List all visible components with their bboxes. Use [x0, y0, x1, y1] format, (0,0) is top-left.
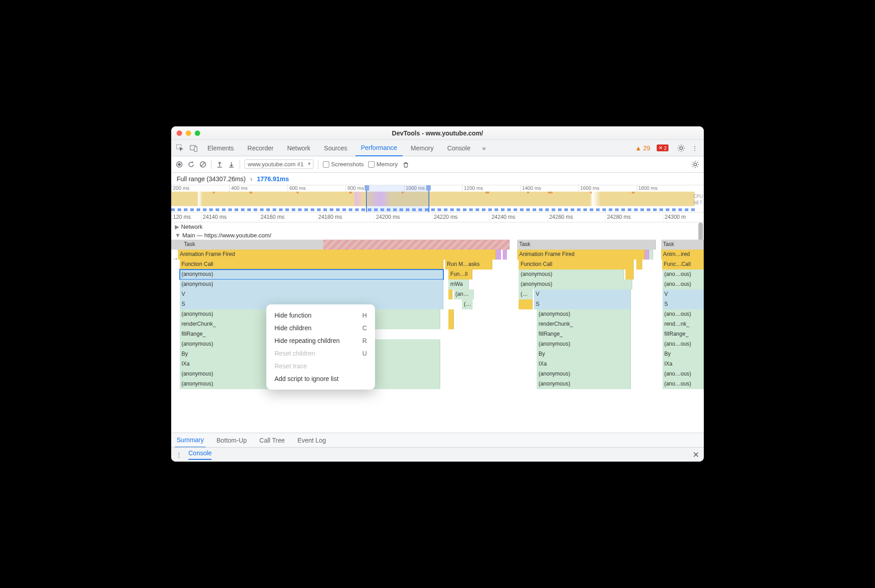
flame-entry[interactable]: V [180, 289, 443, 299]
flame-entry[interactable]: (anonymous) [537, 369, 631, 379]
flame-entry[interactable] [625, 270, 634, 280]
errors-badge[interactable]: ✕ 2 [657, 145, 668, 151]
flame-entry[interactable] [448, 319, 453, 329]
main-track-header[interactable]: Main — https://www.youtube.com/ [171, 231, 704, 240]
flame-entry[interactable]: (… [462, 299, 472, 309]
flame-entry[interactable]: Animation Frame Fired [517, 250, 644, 260]
screenshots-checkbox[interactable]: Screenshots [323, 161, 364, 168]
flame-entry[interactable]: V [534, 289, 631, 299]
device-toolbar-icon[interactable] [188, 143, 199, 154]
flame-entry[interactable]: IXa [537, 359, 631, 369]
full-range-label[interactable]: Full range (34307.26ms) [177, 175, 246, 183]
tab-performance[interactable]: Performance [356, 140, 403, 156]
drawer-close-icon[interactable]: ✕ [692, 450, 699, 460]
flame-entry[interactable]: S [534, 299, 631, 309]
flame-entry[interactable] [448, 289, 452, 299]
ctx-hide-children[interactable]: Hide children C [266, 322, 375, 334]
flame-entry[interactable]: (ano…ous) [663, 379, 704, 389]
flame-entry[interactable]: (anonymous) [537, 339, 631, 349]
drawer-console-tab[interactable]: Console [188, 449, 212, 460]
flame-entry[interactable]: By [663, 349, 704, 359]
flame-entry[interactable]: renderChunk_ [537, 319, 631, 329]
tab-event-log[interactable]: Event Log [296, 433, 328, 448]
flame-entry[interactable]: (anonymous) [537, 379, 631, 389]
ctx-hide-function[interactable]: Hide function H [266, 309, 375, 322]
flame-entry[interactable] [645, 250, 649, 260]
task-bar[interactable]: Task [661, 240, 704, 250]
flame-entry[interactable]: mWa [448, 280, 469, 289]
tab-memory[interactable]: Memory [405, 140, 439, 156]
flame-entry[interactable]: (ano…ous) [663, 339, 704, 349]
upload-icon[interactable] [216, 161, 223, 168]
flame-entry[interactable]: V [663, 289, 704, 299]
selected-range-label[interactable]: 1776.91ms [257, 175, 289, 183]
flame-entry[interactable]: Function Call [180, 260, 443, 270]
flame-entry[interactable]: fillRange_ [663, 329, 704, 339]
warnings-badge[interactable]: ▲ 29 [635, 145, 650, 152]
task-bar[interactable]: Task [517, 240, 656, 250]
overview-timeline[interactable]: 200 ms 400 ms 600 ms 800 ms 1000 ms 1200… [171, 185, 704, 212]
tab-call-tree[interactable]: Call Tree [258, 433, 287, 448]
flame-entry[interactable]: Animation Frame Fired [178, 250, 496, 260]
task-column-3: Task Anim…ired Func…Call (ano…ous) (ano…… [661, 240, 704, 398]
tab-bottom-up[interactable]: Bottom-Up [215, 433, 249, 448]
ctx-add-to-ignore-list[interactable]: Add script to ignore list [266, 372, 375, 385]
flame-entry[interactable]: S [663, 299, 704, 309]
overview-handle-right[interactable] [426, 185, 431, 191]
devtools-window: DevTools - www.youtube.com/ Elements Rec… [171, 126, 704, 462]
flame-entry[interactable]: (anonymous) [180, 280, 443, 289]
flame-entry[interactable]: By [537, 349, 631, 359]
more-tabs-icon[interactable]: » [479, 143, 490, 154]
inspect-element-icon[interactable] [175, 143, 186, 154]
flame-entry[interactable]: IXa [663, 359, 704, 369]
flame-entry[interactable] [649, 250, 653, 260]
flame-entry[interactable] [636, 260, 642, 270]
reload-record-icon[interactable] [188, 161, 195, 168]
gc-icon[interactable] [402, 161, 409, 168]
flame-entry[interactable]: (anonymous) [519, 270, 624, 280]
flame-entry[interactable]: (ano…ous) [663, 309, 704, 319]
flame-entry-selected[interactable]: (anonymous) [180, 270, 443, 280]
flame-entry[interactable]: fillRange_ [537, 329, 631, 339]
tab-network[interactable]: Network [282, 140, 316, 156]
flame-chart[interactable]: Network Main — https://www.youtube.com/ … [171, 222, 704, 433]
network-track-header[interactable]: Network [171, 222, 704, 231]
kebab-menu-icon[interactable]: ⋮ [689, 143, 700, 154]
overview-handle-left[interactable] [365, 185, 369, 191]
flame-entry[interactable]: (ano…ous) [663, 280, 704, 289]
ctx-hide-repeating-children[interactable]: Hide repeating children R [266, 334, 375, 347]
flame-entry[interactable]: (ano…ous) [663, 270, 704, 280]
flame-entry[interactable]: Fun…ll [448, 270, 472, 280]
flame-entry[interactable] [448, 309, 453, 319]
tab-sources[interactable]: Sources [318, 140, 352, 156]
settings-gear-icon[interactable] [676, 143, 687, 154]
flame-entry[interactable]: rend…nk_ [663, 319, 704, 329]
record-button-icon[interactable] [176, 161, 183, 168]
tab-console[interactable]: Console [442, 140, 476, 156]
download-icon[interactable] [228, 161, 235, 168]
flame-entry[interactable] [496, 250, 501, 260]
flame-entry[interactable]: (… [519, 289, 533, 299]
clear-icon[interactable] [199, 161, 207, 168]
svg-point-5 [178, 163, 181, 166]
drawer-kebab-icon[interactable]: ⋮ [176, 451, 182, 458]
flame-entry[interactable]: (ano…ous) [663, 369, 704, 379]
panel-settings-gear-icon[interactable] [691, 160, 699, 169]
detail-time-ruler[interactable]: 120 ms 24140 ms 24160 ms 24180 ms 24200 … [171, 212, 704, 222]
memory-checkbox[interactable]: Memory [368, 161, 398, 168]
overview-selection[interactable] [366, 185, 429, 212]
flame-entry[interactable]: Function Call [519, 260, 634, 270]
flame-entry[interactable]: Func…Call [662, 260, 704, 270]
flame-entry[interactable]: Run M…asks [445, 260, 493, 270]
tab-recorder[interactable]: Recorder [242, 140, 279, 156]
flame-entry[interactable]: (anonymous) [537, 309, 631, 319]
tab-elements[interactable]: Elements [202, 140, 239, 156]
flame-entry[interactable] [503, 250, 507, 260]
tab-summary[interactable]: Summary [175, 433, 206, 448]
flame-entry[interactable]: (anonymous) [519, 280, 632, 289]
flame-entry[interactable]: (an…s) [454, 289, 474, 299]
flame-entry[interactable] [519, 299, 533, 309]
main-tabbar: Elements Recorder Network Sources Perfor… [171, 140, 704, 156]
recording-select[interactable]: www.youtube.com #1 [245, 159, 313, 169]
flame-entry[interactable]: Anim…ired [661, 250, 704, 260]
